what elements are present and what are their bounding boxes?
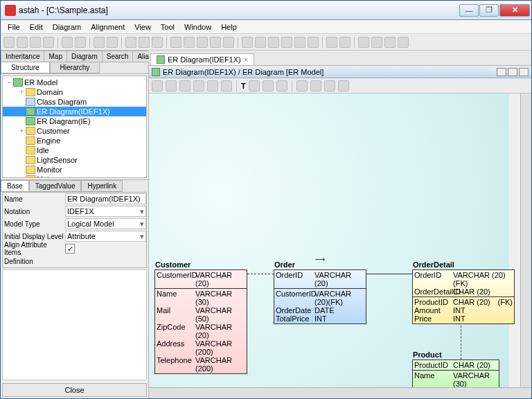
tab-hyperlink[interactable]: Hyperlink (81, 180, 123, 192)
menu-file[interactable]: File (3, 21, 24, 33)
relation-tool-icon[interactable] (193, 80, 204, 91)
tree-item[interactable]: ER Diagram(IE) (3, 116, 146, 126)
size-icon[interactable] (358, 37, 369, 48)
tree-root[interactable]: −ER Model (3, 78, 146, 87)
tree-item[interactable]: Motor (3, 175, 146, 178)
main-toolbar (1, 34, 531, 51)
tool-icon[interactable] (210, 37, 221, 48)
align-right-icon[interactable] (268, 37, 279, 48)
maximize-button[interactable]: ❐ (479, 4, 499, 17)
tool-icon[interactable] (296, 80, 308, 91)
prop-modeltype-select[interactable]: Logical Model▾ (65, 218, 146, 229)
menu-view[interactable]: View (130, 21, 155, 33)
text-tool-icon[interactable]: T (241, 82, 246, 90)
tree-item[interactable]: Monitor (3, 165, 146, 175)
entity-orderdetail[interactable]: OrderDetailOrderIDVARCHAR (20)(FK)OrderD… (412, 269, 515, 324)
redo-icon[interactable] (107, 37, 118, 48)
er-diagram-icon (157, 55, 165, 64)
image-tool-icon[interactable] (276, 80, 287, 91)
menu-tool[interactable]: Tool (157, 21, 179, 33)
entity-customer[interactable]: CustomerCustomerIDVARCHAR (20)NameVARCHA… (154, 269, 247, 374)
canvas-scroll[interactable]: ⟶ CustomerCustomerIDVARCHAR (20)NameVARC… (149, 94, 531, 387)
tree-item[interactable]: +Domain (3, 87, 146, 97)
open-icon[interactable] (17, 37, 28, 48)
vertical-scrollbar[interactable] (520, 94, 531, 387)
entity-name: Customer (155, 260, 190, 269)
size-icon[interactable] (398, 37, 409, 48)
pointer-icon[interactable] (152, 80, 163, 91)
tab-diagram[interactable]: Diagram (66, 51, 103, 62)
tool-icon[interactable] (184, 37, 195, 48)
tree-item[interactable]: Engine (3, 136, 146, 145)
align-center-icon[interactable] (255, 37, 266, 48)
size-icon[interactable] (371, 37, 382, 48)
tool-icon[interactable] (197, 37, 208, 48)
entity-tool-icon[interactable] (166, 80, 177, 91)
rect-tool-icon[interactable] (249, 80, 260, 91)
tab-base[interactable]: Base (1, 180, 29, 192)
menu-edit[interactable]: Edit (26, 21, 47, 33)
paste-icon[interactable] (75, 37, 86, 48)
minimize-button[interactable]: — (459, 4, 479, 17)
zoom-in-icon[interactable] (125, 37, 136, 48)
tree-item[interactable]: +Customer (3, 126, 146, 136)
tool-icon[interactable] (338, 80, 349, 91)
entity-name: OrderDetail (413, 260, 454, 269)
prop-initlevel-select[interactable]: Attribute▾ (65, 231, 146, 242)
relation-tool-icon[interactable] (207, 80, 218, 91)
menu-alignment[interactable]: Alignment (87, 21, 129, 33)
doc-tab-erdiagram[interactable]: ER Diagram(IDEF1X) × (150, 53, 254, 65)
tree-item[interactable]: ER Diagram(IDEF1X) (3, 107, 146, 116)
relation-customer-order[interactable] (247, 274, 274, 274)
copy-icon[interactable] (62, 37, 73, 48)
inner-minimize-icon[interactable] (497, 68, 506, 76)
close-tab-icon[interactable]: × (244, 55, 248, 64)
tool-icon[interactable] (310, 80, 321, 91)
inner-restore-icon[interactable] (508, 68, 517, 76)
tab-map[interactable]: Map (44, 51, 66, 62)
line-tool-icon[interactable] (263, 80, 274, 91)
tab-structure[interactable]: Structure (1, 62, 50, 73)
entity-product[interactable]: ProductProductIDCHAR (20)NameVARCHAR (30… (412, 360, 499, 387)
zoom-out-icon[interactable] (139, 37, 150, 48)
save-icon[interactable] (30, 37, 41, 48)
close-button[interactable]: ✕ (499, 4, 530, 17)
horizontal-scrollbar[interactable] (149, 387, 531, 398)
inner-close-icon[interactable] (519, 68, 529, 76)
diagram-canvas[interactable]: ⟶ CustomerCustomerIDVARCHAR (20)NameVARC… (149, 94, 509, 387)
menu-help[interactable]: Help (217, 21, 241, 33)
model-tree[interactable]: −ER Model+DomainClass DiagramER Diagram(… (2, 76, 147, 178)
dist-v-icon[interactable] (339, 37, 351, 48)
relation-tool-icon[interactable] (221, 80, 232, 91)
align-top-icon[interactable] (281, 37, 292, 48)
tree-item[interactable]: Idle (3, 145, 146, 155)
prop-align-checkbox[interactable]: ✓ (65, 244, 75, 254)
align-bottom-icon[interactable] (308, 37, 319, 48)
definition-textarea[interactable] (2, 269, 147, 380)
relation-order-orderdetail[interactable] (366, 274, 412, 274)
prop-notation-select[interactable]: IDEF1X▾ (65, 206, 146, 217)
tool-icon[interactable] (170, 37, 181, 48)
align-middle-icon[interactable] (294, 37, 305, 48)
close-panel-button[interactable]: Close (2, 383, 147, 397)
tab-hierarchy[interactable]: Hierarchy (50, 62, 100, 73)
print-icon[interactable] (43, 37, 54, 48)
tab-inheritance[interactable]: Inheritance (1, 51, 44, 62)
tree-item[interactable]: LightSensor (3, 155, 146, 165)
tab-search[interactable]: Search (102, 51, 134, 62)
tab-taggedvalue[interactable]: TaggedValue (29, 180, 82, 192)
prop-name-field[interactable]: ER Diagram(IDEF1X) (65, 193, 146, 204)
undo-icon[interactable] (94, 37, 105, 48)
tool-icon[interactable] (324, 80, 335, 91)
new-icon[interactable] (3, 37, 15, 48)
dist-h-icon[interactable] (326, 37, 337, 48)
tool-icon[interactable] (223, 37, 234, 48)
tree-item[interactable]: Class Diagram (3, 97, 146, 107)
menu-diagram[interactable]: Diagram (48, 21, 86, 33)
relation-tool-icon[interactable] (179, 80, 190, 91)
align-left-icon[interactable] (242, 37, 253, 48)
menu-window[interactable]: Window (180, 21, 215, 33)
size-icon[interactable] (384, 37, 396, 48)
entity-order[interactable]: OrderOrderIDVARCHAR (20)CustomerIDVARCHA… (274, 269, 366, 324)
zoom-fit-icon[interactable] (152, 37, 163, 48)
